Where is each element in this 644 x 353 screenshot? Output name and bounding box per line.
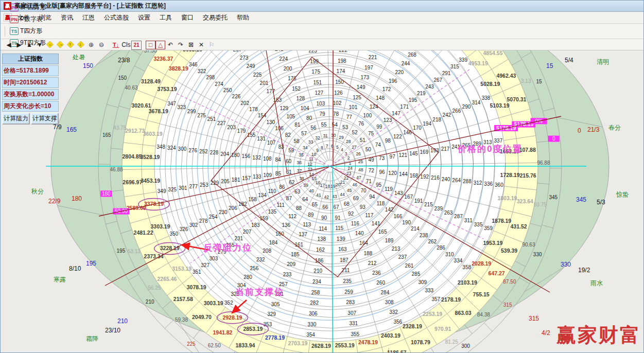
svg-text:3020.61: 3020.61 <box>131 102 151 109</box>
svg-text:152: 152 <box>292 86 301 92</box>
calc-support-button[interactable]: 计算支撑 <box>31 113 59 125</box>
svg-text:3603.19: 3603.19 <box>143 131 163 137</box>
pan-right-icon[interactable]: ◆→ <box>55 40 65 49</box>
svg-text:334: 334 <box>454 258 463 263</box>
svg-text:69: 69 <box>353 196 359 201</box>
svg-text:1078.79: 1078.79 <box>411 339 430 345</box>
svg-text:126: 126 <box>334 90 343 96</box>
menu-5[interactable]: 设置 <box>133 12 155 23</box>
symbol-title: 上证指数 <box>2 54 59 64</box>
svg-text:339: 339 <box>459 57 467 63</box>
svg-text:175: 175 <box>311 69 320 75</box>
svg-text:50: 50 <box>365 147 372 152</box>
zoom-in-icon[interactable]: ⊕ <box>86 40 96 49</box>
svg-text:251: 251 <box>207 116 216 122</box>
toolbar-PN[interactable]: PNP数字表 <box>7 13 49 25</box>
svg-text:5070.31: 5070.31 <box>507 96 526 102</box>
menu-4[interactable]: 公式选股 <box>99 12 133 23</box>
svg-text:4953.19: 4953.19 <box>468 60 488 66</box>
calc-resistance-button[interactable]: 计算阻力 <box>2 113 30 125</box>
title-bar: 赢 赢家江恩专业版[赢家内部服务平台] - [上证指数 江恩轮] <box>1 1 643 12</box>
svg-text:305: 305 <box>271 302 280 307</box>
svg-text:647.27: 647.27 <box>489 270 505 276</box>
svg-text:307: 307 <box>347 310 356 316</box>
svg-text:224: 224 <box>279 56 288 62</box>
pan-up-icon[interactable]: ◆↑ <box>65 40 76 49</box>
menu-6[interactable]: 工具 <box>155 12 177 23</box>
collapse-icon[interactable]: ✕ <box>196 40 206 49</box>
flag-icon[interactable]: ⚐ <box>206 40 217 49</box>
menu-3[interactable]: 江恩 <box>78 12 99 23</box>
svg-text:308: 308 <box>385 299 394 305</box>
svg-text:263: 263 <box>444 210 453 216</box>
svg-text:243: 243 <box>425 84 434 90</box>
triangle-tool-icon[interactable]: △ <box>155 41 165 49</box>
svg-text:100: 100 <box>363 113 372 118</box>
svg-text:220: 220 <box>395 69 404 75</box>
menu-2[interactable]: 资讯 <box>56 12 78 23</box>
solar-term-180: 秋分 <box>31 187 44 196</box>
svg-text:354: 354 <box>306 332 315 338</box>
up-icon[interactable]: ▲ <box>24 40 34 49</box>
svg-text:191: 191 <box>414 198 423 204</box>
svg-text:62.50: 62.50 <box>208 343 221 348</box>
svg-text:142: 142 <box>385 207 394 213</box>
pan-down-icon[interactable]: ◆↓ <box>76 40 86 49</box>
rotate-ccw-icon[interactable]: ↶ <box>165 40 176 49</box>
svg-text:236: 236 <box>372 270 381 276</box>
svg-text:37.50: 37.50 <box>144 50 157 54</box>
svg-text:205: 205 <box>221 179 230 184</box>
pan-left-icon[interactable]: ◆← <box>45 40 55 49</box>
svg-text:347: 347 <box>167 101 176 107</box>
calendar-icon[interactable]: 21 <box>131 41 142 50</box>
svg-text:300: 300 <box>461 343 470 349</box>
svg-text:216: 216 <box>431 175 440 181</box>
svg-text:180: 180 <box>102 191 111 197</box>
menu-8[interactable]: 交易委托 <box>198 12 232 23</box>
t-updown-icon[interactable]: T↓ <box>111 40 121 49</box>
svg-text:327: 327 <box>201 262 210 268</box>
svg-text:2912.73: 2912.73 <box>125 128 145 134</box>
annotation-0: 价格的0度位置 <box>458 143 522 155</box>
svg-text:250: 250 <box>223 87 232 93</box>
solar-term-210: 霜降 <box>86 334 98 343</box>
drawing-toolbar: ◀▶▲▼◆←◆→◆↑◆↓⊕⊖T↓Cls21□△↶↷⊠✕⚐ <box>1 39 643 50</box>
gann-wheel-chart-area[interactable]: 1234567891011121314151617181920212223242… <box>1 50 644 352</box>
menu-9[interactable]: 帮助 <box>232 12 254 23</box>
toolbar-TS[interactable]: TST四方形 <box>7 25 49 37</box>
square-tool-icon[interactable]: □ <box>146 41 155 49</box>
toolbar-P9[interactable]: P99P四方形 <box>7 2 49 13</box>
rim-degree-195: 195 <box>86 260 96 267</box>
svg-text:94: 94 <box>369 194 375 200</box>
box-x-icon[interactable]: ⊠ <box>186 40 196 49</box>
svg-text:212: 212 <box>368 260 377 266</box>
cls-button[interactable]: Cls <box>121 40 131 49</box>
svg-text:2328.19: 2328.19 <box>403 323 422 329</box>
svg-text:278: 278 <box>199 218 208 224</box>
svg-text:5103.19: 5103.19 <box>490 102 510 109</box>
zoom-out-icon[interactable]: ⊖ <box>96 40 107 49</box>
svg-text:315: 315 <box>450 64 459 69</box>
svg-text:27: 27 <box>352 145 357 150</box>
svg-text:28: 28 <box>346 139 351 144</box>
menu-7[interactable]: 窗口 <box>177 12 198 23</box>
svg-text:312: 312 <box>474 180 482 186</box>
info-row-0: 价格=5178.1899 <box>2 65 59 76</box>
rotate-cw-icon[interactable]: ↷ <box>176 40 186 49</box>
next-icon[interactable]: ▶ <box>14 40 24 49</box>
svg-text:189: 189 <box>385 238 394 243</box>
svg-text:93: 93 <box>360 204 366 210</box>
svg-text:274: 274 <box>215 81 223 87</box>
down-icon[interactable]: ▼ <box>34 40 45 49</box>
svg-text:3003.19: 3003.19 <box>204 300 223 306</box>
prev-icon[interactable]: ◀ <box>4 40 14 49</box>
svg-text:90.63: 90.63 <box>522 242 535 248</box>
svg-text:55: 55 <box>321 122 327 128</box>
watermark: 赢家财富网 <box>556 322 644 352</box>
svg-text:338: 338 <box>482 95 491 101</box>
svg-text:194: 194 <box>423 121 431 127</box>
svg-text:19: 19 <box>330 184 336 189</box>
svg-text:227: 227 <box>217 120 226 126</box>
svg-text:219: 219 <box>417 91 426 96</box>
info-panel: 上证指数 价格=5178.1899时间=20150612变换系数=1.00000… <box>2 54 59 125</box>
